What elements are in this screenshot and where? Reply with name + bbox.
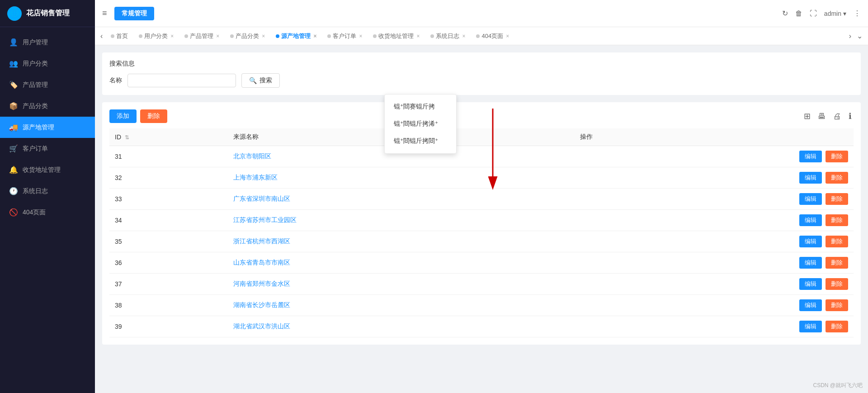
tab-shipping-mgmt[interactable]: 收货地址管理 × (368, 30, 424, 42)
tab-close-product-category[interactable]: × (262, 33, 265, 39)
more-icon[interactable]: ⋮ (854, 9, 861, 18)
search-row: 名称 🔍 搜索 (109, 73, 854, 88)
table-row: 31 北京市朝阳区 编辑 删除 (109, 146, 854, 167)
name-link[interactable]: 山东省青岛市市南区 (233, 259, 290, 266)
row-delete-button[interactable]: 删除 (826, 299, 848, 311)
tab-product-category[interactable]: 产品分类 × (226, 30, 269, 42)
sidebar-item-customer-order[interactable]: 🛒 客户订单 (0, 138, 95, 159)
tab-system-log[interactable]: 系统日志 × (426, 30, 470, 42)
nav-label-user-mgmt: 用户管理 (23, 38, 48, 47)
header-current-tab: 常规管理 (114, 7, 154, 20)
dropdown-item-item3[interactable]: 锟⁺閸锟斤拷閸⁺ (385, 133, 456, 150)
name-link[interactable]: 北京市朝阳区 (233, 152, 271, 160)
dropdown-item-item1[interactable]: 锟⁺閸赛锟斤拷 (385, 98, 456, 115)
name-link[interactable]: 浙江省杭州市西湖区 (233, 237, 290, 245)
name-link[interactable]: 江苏省苏州市工业园区 (233, 216, 297, 223)
tab-scroll-right[interactable]: › (847, 32, 853, 40)
sidebar-logo: 🌐 花店销售管理 (0, 0, 95, 27)
sidebar-item-user-mgmt[interactable]: 👤 用户管理 (0, 32, 95, 53)
tab-dot-source-mgmt (276, 34, 279, 38)
view-grid-icon[interactable]: ⊞ (802, 109, 812, 123)
batch-delete-button[interactable]: 删除 (140, 109, 167, 123)
row-delete-button[interactable]: 删除 (826, 172, 848, 184)
delete-icon[interactable]: 🗑 (795, 9, 802, 18)
sidebar-item-product-category[interactable]: 📦 产品分类 (0, 95, 95, 117)
name-link[interactable]: 河南省郑州市金水区 (233, 280, 290, 287)
tab-source-mgmt[interactable]: 源产地管理 × (271, 30, 321, 42)
search-section: 搜索信息 名称 🔍 搜索 (102, 52, 861, 95)
edit-button[interactable]: 编辑 (799, 214, 822, 226)
tab-dot-system-log (430, 34, 434, 38)
row-delete-button[interactable]: 删除 (826, 193, 848, 205)
tab-label-source-mgmt: 源产地管理 (281, 32, 311, 40)
menu-toggle-icon[interactable]: ≡ (102, 9, 107, 18)
table-head: ID ⇅ 来源名称 操作 (109, 128, 854, 146)
row-delete-button[interactable]: 删除 (826, 278, 848, 290)
nav-label-product-category: 产品分类 (23, 102, 48, 110)
tab-close-source-mgmt[interactable]: × (313, 33, 316, 39)
sidebar-item-shipping-mgmt[interactable]: 🔔 收货地址管理 (0, 159, 95, 180)
add-button[interactable]: 添加 (109, 109, 137, 123)
row-delete-button[interactable]: 删除 (826, 236, 848, 247)
tab-close-product-mgmt[interactable]: × (216, 33, 219, 39)
row-delete-button[interactable]: 删除 (826, 321, 848, 332)
edit-button[interactable]: 编辑 (799, 193, 822, 205)
sidebar-item-source-mgmt[interactable]: 🚚 源产地管理 (0, 117, 95, 138)
tab-close-user-category[interactable]: × (170, 33, 174, 39)
tab-product-mgmt[interactable]: 产品管理 × (180, 30, 224, 42)
data-table: ID ⇅ 来源名称 操作 31 北京市朝阳区 编辑 (109, 128, 854, 337)
edit-button[interactable]: 编辑 (799, 299, 822, 311)
print-icon[interactable]: 🖶 (816, 110, 828, 123)
tab-user-category[interactable]: 用户分类 × (134, 30, 178, 42)
table-row: 37 河南省郑州市金水区 编辑 删除 (109, 274, 854, 295)
dropdown-tooltip: 锟⁺閸赛锟斤拷锟⁺閸锟斤拷浠⁺锟⁺閸锟斤拷閸⁺ (384, 94, 457, 154)
tab-customer-order[interactable]: 客户订单 × (323, 30, 367, 42)
name-link[interactable]: 广东省深圳市南山区 (233, 195, 290, 202)
cell-id: 34 (109, 210, 228, 231)
edit-button[interactable]: 编辑 (799, 236, 822, 247)
col-id-header[interactable]: ID ⇅ (109, 128, 228, 146)
name-link[interactable]: 湖南省长沙市岳麓区 (233, 301, 290, 308)
sidebar-item-product-mgmt[interactable]: 🏷️ 产品管理 (0, 74, 95, 95)
info-icon[interactable]: ℹ (847, 109, 854, 123)
nav-icon-product-mgmt: 🏷️ (9, 80, 18, 89)
tab-label-404-page: 404页面 (481, 32, 503, 40)
row-delete-button[interactable]: 删除 (826, 257, 848, 269)
cell-name: 江苏省苏州市工业园区 (228, 210, 575, 231)
edit-button[interactable]: 编辑 (799, 257, 822, 269)
print2-icon[interactable]: 🖨 (831, 110, 843, 123)
sidebar-item-user-category[interactable]: 👥 用户分类 (0, 53, 95, 74)
tab-close-system-log[interactable]: × (462, 33, 465, 39)
tab-home[interactable]: 首页 (106, 30, 132, 42)
fullscreen-icon[interactable]: ⛶ (810, 9, 817, 18)
edit-button[interactable]: 编辑 (799, 151, 822, 162)
tab-close-404-page[interactable]: × (506, 33, 509, 39)
edit-button[interactable]: 编辑 (799, 321, 822, 332)
tab-close-shipping-mgmt[interactable]: × (416, 33, 420, 39)
row-delete-button[interactable]: 删除 (826, 214, 848, 226)
name-search-input[interactable] (127, 74, 236, 87)
tab-scroll-left[interactable]: ‹ (99, 32, 104, 40)
cell-action: 编辑 删除 (575, 146, 854, 167)
row-delete-button[interactable]: 删除 (826, 151, 848, 162)
cell-name: 上海市浦东新区 (228, 167, 575, 189)
sidebar-item-404-page[interactable]: 🚫 404页面 (0, 202, 95, 223)
refresh-icon[interactable]: ↻ (782, 9, 788, 18)
name-link[interactable]: 湖北省武汉市洪山区 (233, 322, 290, 330)
edit-button[interactable]: 编辑 (799, 172, 822, 184)
cell-name: 山东省青岛市市南区 (228, 252, 575, 274)
user-dropdown-arrow: ▾ (843, 10, 846, 17)
tab-close-customer-order[interactable]: × (359, 33, 362, 39)
user-menu[interactable]: admin ▾ (824, 10, 846, 17)
tab-label-home: 首页 (116, 32, 128, 40)
name-link[interactable]: 上海市浦东新区 (233, 174, 278, 181)
search-btn-label: 搜索 (259, 76, 272, 85)
col-name-label: 来源名称 (233, 133, 259, 140)
tab-dot-home (111, 34, 114, 38)
search-button[interactable]: 🔍 搜索 (241, 73, 280, 88)
tab-menu-arrow[interactable]: ⌄ (855, 32, 864, 40)
tab-404-page[interactable]: 404页面 × (472, 30, 514, 42)
edit-button[interactable]: 编辑 (799, 278, 822, 290)
sidebar-item-system-log[interactable]: 🕐 系统日志 (0, 180, 95, 202)
dropdown-item-item2[interactable]: 锟⁺閸锟斤拷浠⁺ (385, 115, 456, 133)
